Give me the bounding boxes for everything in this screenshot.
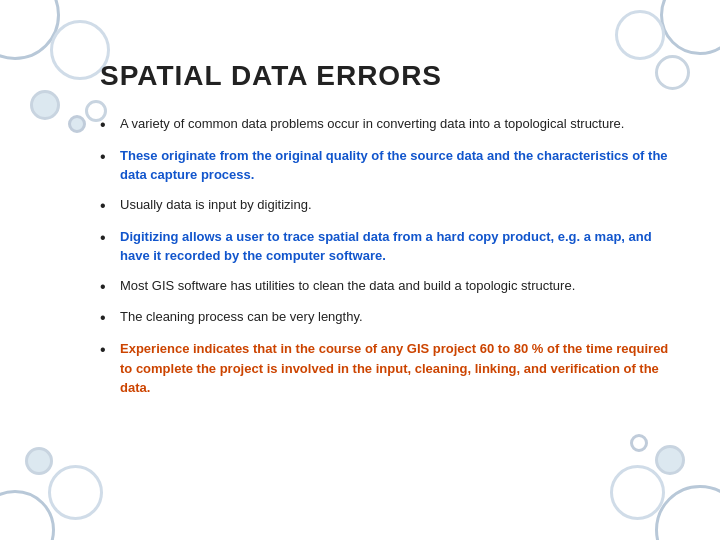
bullet-item-6: • The cleaning process can be very lengt… bbox=[100, 307, 680, 329]
bullet-item-1: • A variety of common data problems occu… bbox=[100, 114, 680, 136]
bullet-text-1: A variety of common data problems occur … bbox=[120, 114, 624, 134]
bullet-dot-6: • bbox=[100, 308, 114, 329]
deco-circle-3 bbox=[30, 90, 60, 120]
bullet-item-2: • These originate from the original qual… bbox=[100, 146, 680, 185]
bullet-dot-2: • bbox=[100, 147, 114, 168]
deco-circle-6 bbox=[660, 0, 720, 55]
bullet-list: • A variety of common data problems occu… bbox=[100, 114, 680, 398]
bullet-dot-4: • bbox=[100, 228, 114, 249]
bullet-item-3: • Usually data is input by digitizing. bbox=[100, 195, 680, 217]
slide-content: SPATIAL DATA ERRORS • A variety of commo… bbox=[100, 60, 680, 510]
deco-circle-9 bbox=[0, 490, 55, 540]
bullet-text-6: The cleaning process can be very lengthy… bbox=[120, 307, 363, 327]
bullet-text-4: Digitizing allows a user to trace spatia… bbox=[120, 227, 680, 266]
slide-title: SPATIAL DATA ERRORS bbox=[100, 60, 680, 92]
deco-circle-10 bbox=[48, 465, 103, 520]
bullet-item-4: • Digitizing allows a user to trace spat… bbox=[100, 227, 680, 266]
deco-circle-4 bbox=[68, 115, 86, 133]
deco-circle-7 bbox=[615, 10, 665, 60]
bullet-dot-7: • bbox=[100, 340, 114, 361]
bullet-text-5: Most GIS software has utilities to clean… bbox=[120, 276, 575, 296]
bullet-text-7: Experience indicates that in the course … bbox=[120, 339, 680, 398]
bullet-item-5: • Most GIS software has utilities to cle… bbox=[100, 276, 680, 298]
slide: SPATIAL DATA ERRORS • A variety of commo… bbox=[0, 0, 720, 540]
bullet-text-2: These originate from the original qualit… bbox=[120, 146, 680, 185]
bullet-dot-1: • bbox=[100, 115, 114, 136]
bullet-item-7: • Experience indicates that in the cours… bbox=[100, 339, 680, 398]
bullet-dot-5: • bbox=[100, 277, 114, 298]
bullet-dot-3: • bbox=[100, 196, 114, 217]
deco-circle-11 bbox=[25, 447, 53, 475]
bullet-text-3: Usually data is input by digitizing. bbox=[120, 195, 312, 215]
